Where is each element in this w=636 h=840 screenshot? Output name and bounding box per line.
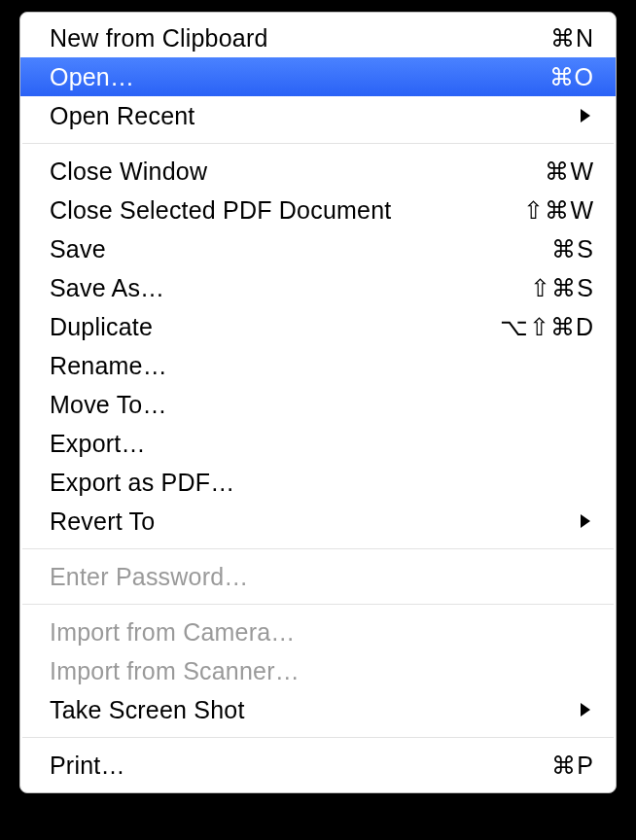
menu-item-export[interactable]: Export… (20, 424, 616, 463)
menu-item-right: ⌘N (550, 24, 594, 52)
menu-item-enter-password: Enter Password… (20, 557, 616, 596)
menu-item-label: Export… (50, 430, 146, 458)
menu-item-right (577, 107, 594, 124)
menu-separator (22, 548, 614, 549)
submenu-arrow-icon (577, 107, 594, 124)
menu-item-close-window[interactable]: Close Window⌘W (20, 152, 616, 191)
menu-item-label: Enter Password… (50, 563, 248, 591)
menu-item-open[interactable]: Open…⌘O (20, 57, 616, 96)
menu-item-shortcut: ⌘W (545, 158, 594, 186)
menu-item-right: ⌘S (551, 235, 594, 263)
menu-item-open-recent[interactable]: Open Recent (20, 96, 616, 135)
menu-item-import-from-scanner: Import from Scanner… (20, 651, 616, 690)
menu-item-new-from-clipboard[interactable]: New from Clipboard⌘N (20, 18, 616, 57)
menu-item-label: Take Screen Shot (50, 696, 245, 724)
menu-item-right: ⌥⇧⌘D (500, 313, 594, 341)
menu-item-label: Rename… (50, 352, 167, 380)
menu-item-shortcut: ⇧⌘W (523, 196, 594, 225)
menu-item-right: ⇧⌘W (523, 196, 594, 225)
menu-item-take-screen-shot[interactable]: Take Screen Shot (20, 690, 616, 729)
menu-item-right (577, 512, 594, 530)
menu-item-label: Duplicate (50, 313, 153, 341)
menu-item-shortcut: ⌘O (549, 63, 594, 91)
menu-item-move-to[interactable]: Move To… (20, 385, 616, 424)
submenu-arrow-icon (577, 701, 594, 718)
menu-item-import-from-camera: Import from Camera… (20, 612, 616, 651)
menu-item-label: Move To… (50, 391, 167, 419)
menu-item-shortcut: ⇧⌘S (530, 274, 594, 302)
menu-item-label: Close Selected PDF Document (50, 196, 391, 225)
menu-item-label: Save As… (50, 274, 164, 302)
file-menu[interactable]: New from Clipboard⌘NOpen…⌘OOpen RecentCl… (19, 12, 617, 793)
menu-item-revert-to[interactable]: Revert To (20, 502, 616, 541)
menu-item-label: Open… (50, 63, 134, 91)
menu-item-right: ⇧⌘S (530, 274, 594, 302)
menu-item-label: Print… (50, 752, 125, 780)
menu-item-label: Import from Camera… (50, 618, 295, 647)
menu-item-shortcut: ⌘P (551, 752, 594, 780)
menu-item-right: ⌘W (545, 158, 594, 186)
menu-item-print[interactable]: Print…⌘P (20, 746, 616, 785)
menu-item-right (577, 701, 594, 718)
menu-item-save[interactable]: Save⌘S (20, 229, 616, 268)
menu-item-label: Close Window (50, 158, 207, 186)
menu-item-shortcut: ⌥⇧⌘D (500, 313, 594, 341)
menu-separator (22, 143, 614, 144)
menu-separator (22, 604, 614, 605)
menu-item-close-selected-pdf[interactable]: Close Selected PDF Document⇧⌘W (20, 191, 616, 229)
menu-item-label: Open Recent (50, 102, 195, 130)
menu-item-label: Save (50, 235, 106, 263)
menu-separator (22, 737, 614, 738)
menu-item-shortcut: ⌘N (550, 24, 594, 52)
menu-item-shortcut: ⌘S (551, 235, 594, 263)
menu-item-export-as-pdf[interactable]: Export as PDF… (20, 463, 616, 502)
submenu-arrow-icon (577, 512, 594, 530)
menu-item-right: ⌘O (549, 63, 594, 91)
menu-item-rename[interactable]: Rename… (20, 346, 616, 385)
menu-item-right: ⌘P (551, 752, 594, 780)
menu-item-label: Import from Scanner… (50, 657, 300, 685)
menu-item-label: Export as PDF… (50, 469, 234, 497)
menu-item-save-as[interactable]: Save As…⇧⌘S (20, 268, 616, 307)
menu-item-label: New from Clipboard (50, 24, 268, 52)
menu-item-label: Revert To (50, 508, 155, 536)
menu-item-duplicate[interactable]: Duplicate⌥⇧⌘D (20, 307, 616, 346)
